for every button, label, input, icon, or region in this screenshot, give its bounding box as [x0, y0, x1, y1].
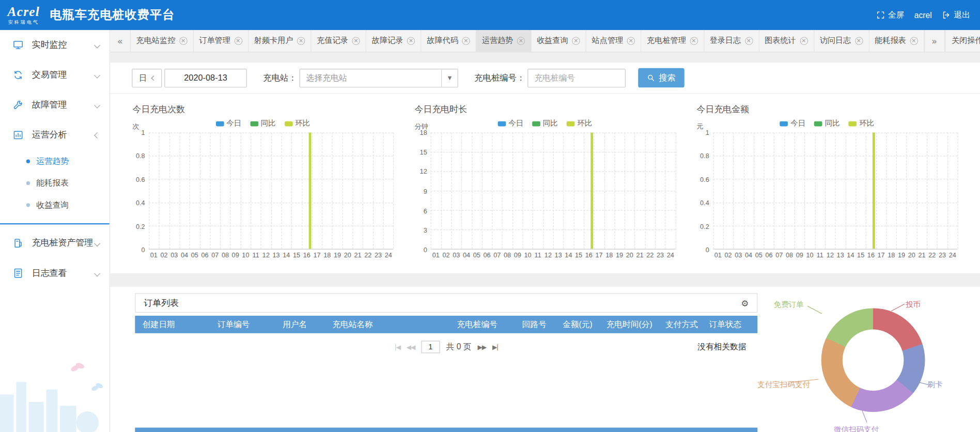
legend-item[interactable]: 今日: [498, 118, 524, 129]
chart-daily-charge-duration: 今日充电时长分钟今日同比环比03691215180102030405060708…: [415, 104, 676, 259]
x-tick-label: 02: [159, 251, 169, 259]
fullscreen-button[interactable]: 全屏: [876, 9, 904, 21]
tab-rfid-card-users[interactable]: 射频卡用户×: [248, 30, 312, 52]
sidebar-subitem-operation-trend[interactable]: 运营趋势: [0, 150, 110, 172]
tab-login-logs[interactable]: 登录日志×: [704, 30, 759, 52]
logo-text: Acrel: [8, 6, 40, 19]
pager-first-icon[interactable]: |◀: [395, 344, 400, 350]
period-select[interactable]: 日: [132, 68, 162, 87]
page-number-input[interactable]: [421, 341, 440, 353]
order-list-title: 订单列表: [144, 297, 179, 308]
tab-close-icon[interactable]: ×: [234, 37, 242, 45]
tab-close-icon[interactable]: ×: [179, 37, 188, 45]
gridline-vertical: [866, 132, 866, 249]
legend-item[interactable]: 环比: [567, 118, 593, 129]
sidebar-item-realtime-monitor[interactable]: 实时监控: [0, 30, 110, 60]
tab-close-icon[interactable]: ×: [800, 37, 808, 45]
sidebar-item-label: 交易管理: [32, 69, 67, 81]
gridline-vertical: [825, 132, 826, 249]
sidebar-item-operation-analysis[interactable]: 运营分析: [0, 120, 110, 150]
tab-pile-management[interactable]: 充电桩管理×: [641, 30, 704, 52]
tab-close-icon[interactable]: ×: [297, 37, 305, 45]
search-button[interactable]: 搜索: [638, 68, 685, 88]
gridline-horizontal: [713, 132, 957, 133]
date-input[interactable]: [164, 68, 247, 87]
gridline-horizontal: [431, 229, 675, 230]
sidebar-item-log-view[interactable]: 日志查看: [0, 258, 110, 288]
station-select[interactable]: 选择充电站 ▼: [300, 68, 458, 87]
tab-close-icon[interactable]: ×: [572, 37, 580, 45]
x-tick-label: 03: [451, 251, 461, 259]
legend-item[interactable]: 同比: [250, 118, 276, 129]
acrel-logo: Acrel 安科瑞电气: [8, 6, 40, 25]
tab-order-management[interactable]: 订单管理×: [193, 30, 248, 52]
legend-item[interactable]: 环比: [849, 118, 875, 129]
plot-row: 0369121518: [415, 132, 676, 249]
gridline-horizontal: [431, 191, 675, 191]
tab-close-icon[interactable]: ×: [407, 37, 415, 45]
gridline-vertical: [393, 132, 394, 249]
pager-last-icon[interactable]: ▶|: [492, 344, 498, 350]
tab-fault-codes[interactable]: 故障代码×: [421, 30, 476, 52]
tab-station-monitor[interactable]: 充电站监控×: [131, 30, 194, 52]
tab-close-icon[interactable]: ×: [462, 37, 470, 45]
gridline-vertical: [784, 132, 785, 249]
chevron-left-icon: [94, 42, 100, 48]
search-label: 搜索: [659, 72, 676, 84]
legend-item[interactable]: 今日: [780, 118, 806, 129]
tab-energy-report[interactable]: 能耗报表×: [869, 30, 924, 52]
legend-item[interactable]: 今日: [216, 118, 242, 129]
gridline-vertical: [200, 132, 200, 249]
pager-next-icon[interactable]: ▶▶: [478, 344, 486, 350]
tab-operation-trend[interactable]: 运营趋势×: [476, 30, 531, 52]
legend-item[interactable]: 环比: [285, 118, 310, 129]
settings-gear-icon[interactable]: ⚙: [741, 298, 749, 307]
sidebar-subitem-energy-report[interactable]: 能耗报表: [0, 172, 110, 194]
tab-close-icon[interactable]: ×: [690, 37, 698, 45]
donut-ring[interactable]: [821, 308, 925, 412]
tab-close-icon[interactable]: ×: [352, 37, 360, 45]
chart-bar[interactable]: [308, 132, 311, 249]
tab-close-icon[interactable]: ×: [745, 37, 753, 45]
chart-title: 今日充电金额: [697, 104, 958, 115]
pile-number-input[interactable]: [527, 68, 626, 87]
tab-fault-records[interactable]: 故障记录×: [366, 30, 421, 52]
legend-item[interactable]: 同比: [532, 118, 558, 129]
x-tick-label: 18: [322, 251, 332, 259]
order-column-header: 创建日期: [135, 319, 210, 330]
pager-prev-icon[interactable]: ◀◀: [407, 344, 415, 350]
logout-button[interactable]: 退出: [942, 9, 970, 21]
tab-revenue-query[interactable]: 收益查询×: [531, 30, 586, 52]
plot-area: [431, 132, 675, 249]
x-tick-label: 21: [917, 251, 927, 259]
tab-close-icon[interactable]: ×: [910, 37, 918, 45]
fullscreen-icon: [876, 11, 885, 20]
close-operations-button[interactable]: 关闭操作: [945, 30, 980, 52]
gridline-vertical: [261, 132, 261, 249]
tabs-scroll-left-icon[interactable]: «: [110, 30, 131, 52]
gridline-vertical: [896, 132, 897, 249]
tab-recharge-records[interactable]: 充值记录×: [311, 30, 366, 52]
legend-item[interactable]: 同比: [814, 118, 840, 129]
chart-bar[interactable]: [590, 132, 593, 249]
tab-close-icon[interactable]: ×: [517, 37, 525, 45]
tabs-scroll-right-icon[interactable]: »: [924, 30, 945, 52]
sidebar-item-transaction-management[interactable]: 交易管理: [0, 60, 110, 90]
tab-chart-statistics[interactable]: 图表统计×: [759, 30, 814, 52]
tab-close-icon[interactable]: ×: [627, 37, 635, 45]
tab-close-icon[interactable]: ×: [854, 37, 863, 45]
gridline-horizontal: [713, 202, 957, 203]
bullet-icon: [26, 181, 30, 184]
username[interactable]: acrel: [914, 10, 932, 20]
sidebar-subitem-revenue-query[interactable]: 收益查询: [0, 194, 110, 215]
sidebar-item-pile-asset-management[interactable]: 充电桩资产管理: [0, 228, 110, 258]
chevron-left-icon: [94, 102, 100, 108]
chart-bar[interactable]: [873, 132, 875, 249]
order-column-header: 回路号: [515, 319, 555, 330]
legend-swatch: [250, 121, 258, 126]
x-tick-label: 13: [271, 251, 282, 259]
tab-access-logs[interactable]: 访问日志×: [814, 30, 869, 52]
tab-station-management[interactable]: 站点管理×: [586, 30, 641, 52]
sidebar-item-fault-management[interactable]: 故障管理: [0, 90, 110, 120]
exchange-icon: [12, 69, 24, 81]
